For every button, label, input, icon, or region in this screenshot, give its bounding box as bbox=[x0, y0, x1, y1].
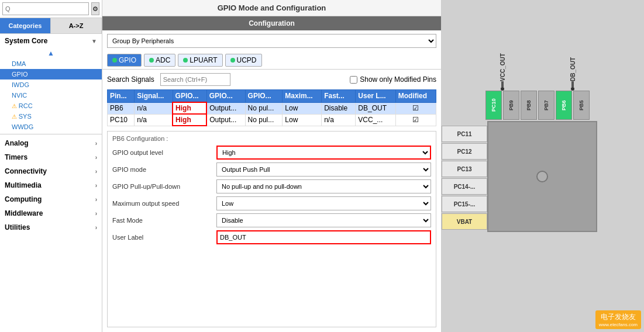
config-label-user-label: User Label bbox=[112, 234, 212, 241]
show-modified-area: Show only Modified Pins bbox=[350, 75, 436, 84]
cell-signal: n/a bbox=[135, 114, 173, 126]
config-row-fast-mode: Fast Mode Disable bbox=[112, 213, 431, 227]
side-pin-pc14[interactable]: PC14-... bbox=[442, 178, 487, 195]
config-label-gpio-mode: GPIO mode bbox=[112, 166, 212, 173]
config-header: Configuration bbox=[102, 16, 441, 30]
col-signal[interactable]: Signal... bbox=[135, 90, 173, 103]
col-gpio1[interactable]: GPIO... bbox=[173, 90, 206, 103]
chip-diagram-panel: VCC_OUT DB_OUT PC10 PB9 PB8 PB7 PB6 PB5 bbox=[442, 0, 644, 332]
category-multimedia[interactable]: Multimedia › bbox=[0, 178, 102, 192]
config-select-gpio-pullupdown[interactable]: No pull-up and no pull-down bbox=[216, 179, 431, 193]
sidebar-item-wwdg[interactable]: WWDG bbox=[0, 122, 102, 132]
config-select-gpio-output-level[interactable]: High bbox=[216, 146, 431, 160]
side-pin-pc15[interactable]: PC15-... bbox=[442, 196, 487, 212]
col-max[interactable]: Maxim... bbox=[283, 90, 322, 103]
cell-pin: PB6 bbox=[108, 102, 135, 114]
sidebar-item-sys[interactable]: SYS bbox=[0, 111, 102, 122]
side-pin-vbat[interactable]: VBAT bbox=[442, 213, 487, 230]
chip-circle-mark bbox=[536, 171, 548, 182]
sidebar: ⚙ Categories A->Z System Core ▼ ▲ DMA GP… bbox=[0, 0, 102, 332]
peripheral-tabs: GPIO ADC LPUART UCPD bbox=[102, 51, 441, 70]
config-row-gpio-mode: GPIO mode Output Push Pull bbox=[112, 162, 431, 177]
sidebar-search-area: ⚙ bbox=[0, 0, 102, 18]
ptab-lpuart[interactable]: LPUART bbox=[178, 54, 222, 67]
tab-categories[interactable]: Categories bbox=[0, 18, 51, 33]
main-panel: GPIO Mode and Configuration Configuratio… bbox=[102, 0, 442, 332]
cell-modified: ☑ bbox=[395, 114, 436, 126]
category-system-core[interactable]: System Core ▼ bbox=[0, 34, 102, 48]
search-signals-label: Search Signals bbox=[107, 75, 154, 84]
pin-pb7[interactable]: PB7 bbox=[538, 91, 555, 120]
category-computing[interactable]: Computing › bbox=[0, 192, 102, 206]
category-connectivity[interactable]: Connectivity › bbox=[0, 164, 102, 178]
group-by-select[interactable]: Group By Peripherals bbox=[107, 34, 436, 48]
ptab-gpio[interactable]: GPIO bbox=[107, 54, 142, 67]
category-analog[interactable]: Analog › bbox=[0, 136, 102, 150]
cell-gpio1: High bbox=[173, 114, 206, 126]
pin-row: PC10 PB9 PB8 PB7 PB6 PB5 bbox=[485, 91, 590, 120]
sidebar-items: System Core ▼ ▲ DMA GPIO IWDG NVIC RCC S… bbox=[0, 34, 102, 332]
sidebar-item-nvic[interactable]: NVIC bbox=[0, 90, 102, 101]
config-select-fast-mode[interactable]: Disable bbox=[216, 213, 431, 227]
chevron-right-icon3: › bbox=[95, 168, 97, 175]
tab-az[interactable]: A->Z bbox=[51, 18, 102, 33]
table-row[interactable]: PB6 n/a High Output... No pul... Low Dis… bbox=[108, 102, 436, 114]
multimedia-label: Multimedia bbox=[5, 181, 42, 189]
pin-pb8[interactable]: PB8 bbox=[521, 91, 537, 120]
col-gpio3[interactable]: GPIO... bbox=[245, 90, 283, 103]
category-utilities[interactable]: Utilities › bbox=[0, 220, 102, 234]
table-row[interactable]: PC10 n/a High Output... No pul... Low n/… bbox=[108, 114, 436, 126]
cell-signal: n/a bbox=[135, 102, 173, 114]
middleware-label: Middleware bbox=[5, 209, 43, 217]
ptab-lpuart-label: LPUART bbox=[190, 56, 217, 64]
ptab-adc[interactable]: ADC bbox=[144, 54, 175, 67]
sidebar-item-rcc[interactable]: RCC bbox=[0, 101, 102, 111]
category-middleware[interactable]: Middleware › bbox=[0, 206, 102, 220]
signal-table: Pin... Signal... GPIO... GPIO... GPIO...… bbox=[107, 89, 436, 126]
col-modified[interactable]: Modified bbox=[395, 90, 436, 103]
col-fast[interactable]: Fast... bbox=[322, 90, 356, 103]
config-label-max-speed: Maximum output speed bbox=[112, 200, 212, 207]
watermark-text: 电子发烧友 bbox=[599, 312, 638, 322]
side-pin-pc12[interactable]: PC12 bbox=[442, 143, 487, 160]
watermark: 电子发烧友 www.elecfans.com bbox=[595, 310, 641, 329]
pin-pc10[interactable]: PC10 bbox=[485, 91, 502, 120]
ptab-adc-label: ADC bbox=[156, 56, 170, 64]
col-gpio2[interactable]: GPIO... bbox=[206, 90, 245, 103]
side-pins: PC11 PC12 PC13 PC14-... PC15-... VBAT bbox=[442, 126, 487, 230]
config-select-max-speed[interactable]: Low bbox=[216, 196, 431, 210]
cell-fast: Disable bbox=[322, 102, 356, 114]
chevron-down-icon: ▼ bbox=[91, 38, 97, 44]
sidebar-item-iwdg[interactable]: IWDG bbox=[0, 79, 102, 90]
sidebar-item-gpio[interactable]: GPIO bbox=[0, 69, 102, 79]
timers-label: Timers bbox=[5, 153, 27, 161]
col-user[interactable]: User L... bbox=[356, 90, 395, 103]
cell-user: VCC_... bbox=[356, 114, 395, 126]
ptab-ucpd[interactable]: UCPD bbox=[225, 54, 262, 67]
pin-pb9[interactable]: PB9 bbox=[503, 91, 519, 120]
config-label-fast-mode: Fast Mode bbox=[112, 217, 212, 224]
chevron-right-icon5: › bbox=[95, 196, 97, 203]
show-modified-checkbox[interactable] bbox=[350, 76, 357, 84]
pin-pb5[interactable]: PB5 bbox=[573, 91, 590, 120]
cell-pin: PC10 bbox=[108, 114, 135, 126]
watermark-url: www.elecfans.com bbox=[599, 322, 638, 327]
search-input[interactable] bbox=[2, 2, 89, 15]
settings-button[interactable]: ⚙ bbox=[91, 2, 99, 15]
config-select-gpio-mode[interactable]: Output Push Pull bbox=[216, 162, 431, 177]
group-by-row: Group By Peripherals bbox=[102, 30, 441, 51]
pin-pb6[interactable]: PB6 bbox=[556, 91, 572, 120]
chevron-right-icon6: › bbox=[95, 210, 97, 217]
chip-body bbox=[487, 121, 597, 232]
scroll-up-arrow[interactable]: ▲ bbox=[0, 48, 102, 58]
chevron-right-icon4: › bbox=[95, 182, 97, 189]
config-input-user-label[interactable] bbox=[216, 230, 431, 244]
show-modified-label: Show only Modified Pins bbox=[360, 75, 436, 84]
col-pin[interactable]: Pin... bbox=[108, 90, 135, 103]
pin-label-db-out: DB_OUT bbox=[570, 11, 576, 81]
side-pin-pc11[interactable]: PC11 bbox=[442, 126, 487, 142]
side-pin-pc13[interactable]: PC13 bbox=[442, 161, 487, 177]
category-timers[interactable]: Timers › bbox=[0, 150, 102, 164]
sidebar-item-dma[interactable]: DMA bbox=[0, 58, 102, 69]
search-signals-input[interactable] bbox=[160, 73, 230, 86]
